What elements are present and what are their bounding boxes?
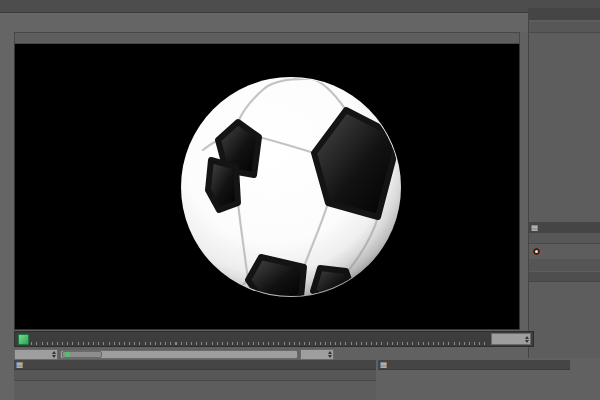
viewport-menubar [14, 32, 520, 44]
grid-icon: ▦ [531, 224, 538, 231]
coordinates-header: ▦ [378, 360, 570, 370]
main-toolbar [0, 13, 528, 32]
attribute-tabs [529, 259, 600, 271]
main-menubar [0, 0, 600, 13]
frame-slider-handle[interactable] [62, 351, 102, 358]
soccer-ball-render [15, 44, 519, 328]
timeline-range-end-field[interactable] [491, 333, 531, 345]
materials-panel: ▦ [14, 360, 376, 400]
coordinates-panel: ▦ [378, 360, 600, 400]
start-frame-field[interactable] [14, 349, 58, 360]
grid-icon: ▦ [16, 361, 23, 368]
live-selection-icon [532, 247, 541, 256]
timeline-ticks [21, 342, 487, 345]
cinema4d-window: ▦ [0, 0, 600, 400]
timeline [14, 331, 534, 347]
coordinates-columns [378, 370, 600, 380]
object-manager-menubar [529, 22, 600, 33]
transport-bar [14, 348, 534, 360]
attributes-header: ▦ [529, 222, 600, 233]
materials-header: ▦ [14, 360, 376, 370]
active-tool-row [529, 245, 600, 258]
current-frame-handle[interactable] [18, 334, 29, 345]
timeline-ruler[interactable] [15, 332, 489, 346]
stepper-arrows[interactable] [525, 336, 530, 343]
keyframe-marker [65, 352, 70, 357]
attributes-menubar [529, 233, 600, 244]
options-section-header[interactable] [529, 272, 600, 282]
materials-menubar [14, 370, 376, 381]
material-swatches [14, 381, 376, 383]
viewport-panel [14, 32, 520, 330]
stepper-arrows[interactable] [52, 351, 57, 358]
end-frame-field[interactable] [300, 349, 334, 360]
right-panel: ▦ [528, 8, 600, 358]
stepper-arrows[interactable] [328, 351, 333, 358]
viewport-canvas[interactable] [14, 44, 520, 330]
grid-icon: ▦ [380, 361, 387, 368]
mode-toolbar [0, 32, 14, 400]
frame-slider[interactable] [60, 350, 298, 359]
manager-tabs [529, 8, 600, 20]
